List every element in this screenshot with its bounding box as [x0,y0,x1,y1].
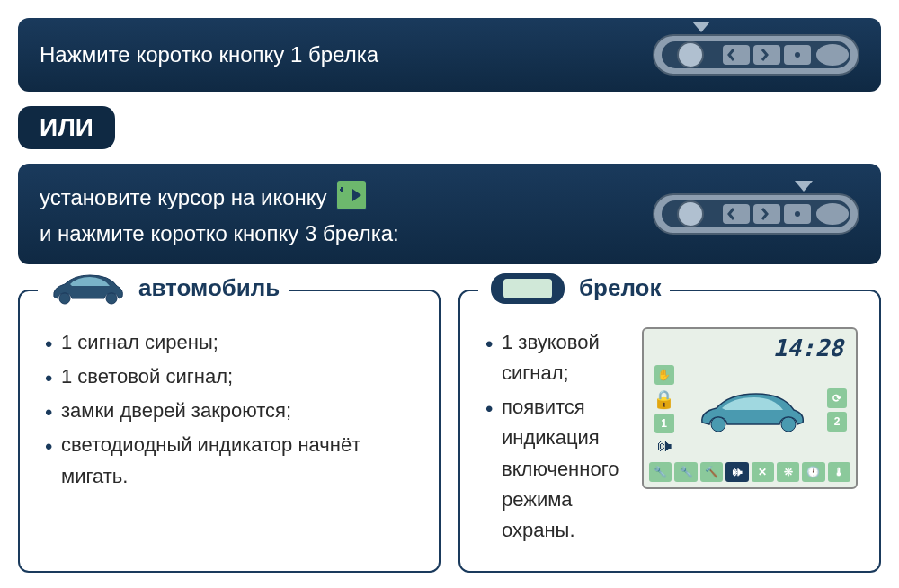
banner-2-text-a: установите курсор на иконку [40,185,327,209]
tools-icon: ✕ [752,462,774,482]
fan-icon: ❊ [777,462,799,482]
svg-point-7 [816,44,849,66]
list-item: замки дверей закроются; [41,396,417,426]
remote-illustration-2 [653,193,859,235]
keyfob-icon [653,193,859,235]
list-item: 1 звуковой сигнал; [482,327,628,388]
keyfob-icon [653,34,859,76]
list-item: появится индикация включенного режима ох… [482,392,628,545]
banner-2-text-b: и нажмите коротко кнопку 3 брелка: [40,221,399,245]
svg-rect-3 [723,45,750,65]
speaker-sel-icon: 🕪 [725,462,748,482]
banner-2-text: установите курсор на иконку и нажмите ко… [40,180,399,248]
automobile-list: 1 сигнал сирены; 1 световой сигнал; замк… [41,327,417,491]
keyfob-small-icon [487,266,568,309]
badge-1-icon: 1 [654,414,674,433]
svg-point-17 [59,293,70,304]
list-item: 1 сигнал сирены; [41,327,417,358]
svg-rect-12 [723,204,750,224]
clock-icon: 🕐 [802,462,824,482]
turbo-icon: ⟳ [827,388,847,408]
svg-point-21 [711,417,725,432]
lcd-bottom-row: 🔧 🔧 🔨 🕪 ✕ ❊ 🕐 🌡 [649,462,850,482]
card-keyfob-title: брелок [579,274,661,302]
list-item: светодиодный индикатор начнёт мигать. [41,430,417,491]
keyfob-list: 1 звуковой сигнал; появится индикация вк… [482,327,628,549]
svg-rect-20 [503,279,552,298]
banner-1-text: Нажмите коротко кнопку 1 брелка [40,40,378,70]
lcd-car-icon [675,383,827,437]
lcd-left-icons: ✋ 🔒 1 🕪 [653,365,675,456]
banner-step-1: Нажмите коротко кнопку 1 брелка [18,18,881,92]
result-columns: автомобиль 1 сигнал сирены; 1 световой с… [18,290,881,573]
list-item: 1 световой сигнал; [41,361,417,392]
banner-step-2: установите курсор на иконку и нажмите ко… [18,164,881,264]
svg-point-22 [781,417,796,432]
card-automobile-header: автомобиль [38,266,289,309]
lcd-time: 14:28 [649,334,850,361]
card-keyfob: брелок 1 звуковой сигнал; появится индик… [458,290,881,573]
svg-point-15 [795,211,800,217]
arrow-down-icon [795,181,813,192]
svg-point-16 [816,203,849,225]
cursor-target-icon [336,180,367,218]
svg-point-2 [678,42,703,67]
wrench-icon: 🔧 [649,462,672,482]
svg-rect-8 [336,180,367,210]
card-automobile: автомобиль 1 сигнал сирены; 1 световой с… [18,290,441,573]
svg-point-11 [678,201,703,227]
speaker-icon: 🕪 [656,437,672,456]
lock-icon: 🔒 [653,388,675,410]
svg-point-6 [795,52,800,58]
temp-icon: 🌡 [828,462,850,482]
card-automobile-title: автомобиль [138,274,280,302]
svg-point-18 [106,293,117,304]
car-icon [47,266,128,309]
hand-icon: ✋ [654,365,674,385]
remote-illustration-1 [653,34,859,76]
badge-2-icon: 2 [827,412,847,432]
lcd-right-icons: ⟳ 2 [827,388,847,432]
card-keyfob-header: брелок [478,266,670,309]
wrench2-icon: 🔧 [674,462,697,482]
hammer-icon: 🔨 [700,462,723,482]
or-separator: ИЛИ [18,106,115,149]
arrow-down-icon [692,22,710,32]
lcd-display: 14:28 ✋ 🔒 1 🕪 [642,327,858,489]
